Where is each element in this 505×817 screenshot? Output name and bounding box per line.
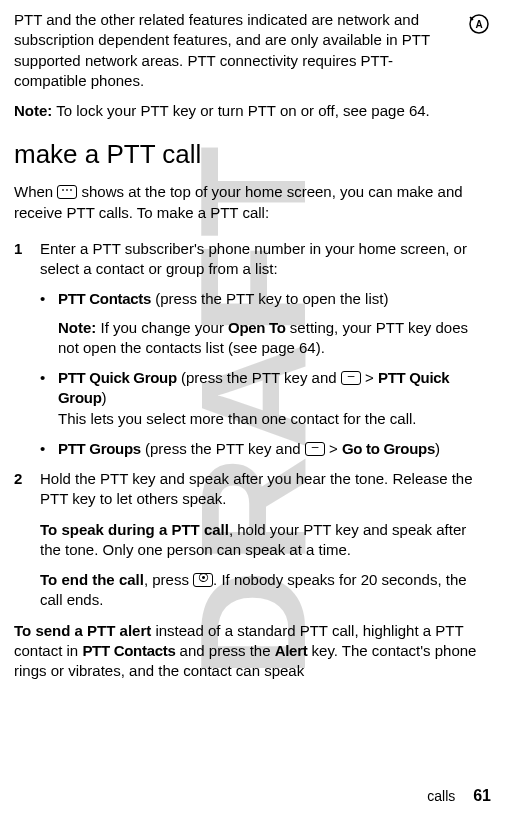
to-send-alert-bold: To send a PTT alert: [14, 622, 151, 639]
bullet-ptt-groups: • PTT Groups (press the PTT key and > Go…: [14, 439, 491, 459]
end-key-icon: [193, 573, 213, 587]
menu-key-icon: [341, 371, 361, 385]
page-number: 61: [473, 787, 491, 804]
bullet-icon: •: [40, 289, 58, 309]
ptt-groups-label: PTT Groups: [58, 440, 141, 457]
menu-key-icon: [305, 442, 325, 456]
b1-note-text: If you change your: [96, 319, 228, 336]
step-1: 1 Enter a PTT subscriber's phone number …: [14, 239, 491, 280]
top-note: Note: To lock your PTT key or turn PTT o…: [14, 101, 491, 121]
page-content: PTT and the other related features indic…: [14, 10, 491, 681]
bullet-icon: •: [40, 368, 58, 429]
open-to-label: Open To: [228, 319, 286, 336]
alert-mid2: and press the: [175, 642, 274, 659]
to-speak-bold: To speak during a PTT call: [40, 521, 229, 538]
ptt-contacts-label: PTT Contacts: [58, 290, 151, 307]
ptt-contacts-label-2: PTT Contacts: [82, 642, 175, 659]
ptt-quick-group-label: PTT Quick Group: [58, 369, 177, 386]
speak-paragraph: To speak during a PTT call, hold your PT…: [14, 520, 491, 561]
b2-gt: >: [361, 369, 378, 386]
b3-close: ): [435, 440, 440, 457]
footer-section: calls: [427, 788, 455, 804]
b2-line2: This lets you select more than one conta…: [58, 409, 491, 429]
note-label: Note:: [14, 102, 52, 119]
step-2: 2 Hold the PTT key and speak after you h…: [14, 469, 491, 510]
bullet-icon: •: [40, 439, 58, 459]
note-text: To lock your PTT key or turn PTT on or o…: [52, 102, 429, 119]
network-feature-icon: A: [467, 12, 491, 36]
bullet-ptt-contacts: • PTT Contacts (press the PTT key to ope…: [14, 289, 491, 309]
when-prefix: When: [14, 183, 57, 200]
bullet1-rest: (press the PTT key to open the list): [151, 290, 388, 307]
to-end-bold: To end the call: [40, 571, 144, 588]
b3-gt: >: [325, 440, 342, 457]
bullet1-note: Note: If you change your Open To setting…: [14, 318, 491, 359]
alert-key-label: Alert: [275, 642, 308, 659]
svg-text:A: A: [475, 19, 482, 30]
step-number: 2: [14, 469, 40, 510]
intro-paragraph: PTT and the other related features indic…: [14, 10, 459, 91]
step-1-text: Enter a PTT subscriber's phone number in…: [40, 239, 491, 280]
alert-paragraph: To send a PTT alert instead of a standar…: [14, 621, 491, 682]
b3-mid: (press the PTT key and: [141, 440, 305, 457]
bullet-ptt-quick-group: • PTT Quick Group (press the PTT key and…: [14, 368, 491, 429]
when-suffix: shows at the top of your home screen, yo…: [14, 183, 463, 220]
page-footer: calls 61: [427, 785, 491, 807]
end-paragraph: To end the call, press . If nobody speak…: [14, 570, 491, 611]
b2-close: ): [102, 389, 107, 406]
when-paragraph: When shows at the top of your home scree…: [14, 182, 491, 223]
note-label: Note:: [58, 319, 96, 336]
home-screen-icon: [57, 185, 77, 199]
step-2-text: Hold the PTT key and speak after you hea…: [40, 469, 491, 510]
section-heading: make a PTT call: [14, 137, 491, 172]
end-mid: , press: [144, 571, 193, 588]
b2-mid: (press the PTT key and: [177, 369, 341, 386]
go-to-groups-label: Go to Groups: [342, 440, 435, 457]
step-number: 1: [14, 239, 40, 280]
